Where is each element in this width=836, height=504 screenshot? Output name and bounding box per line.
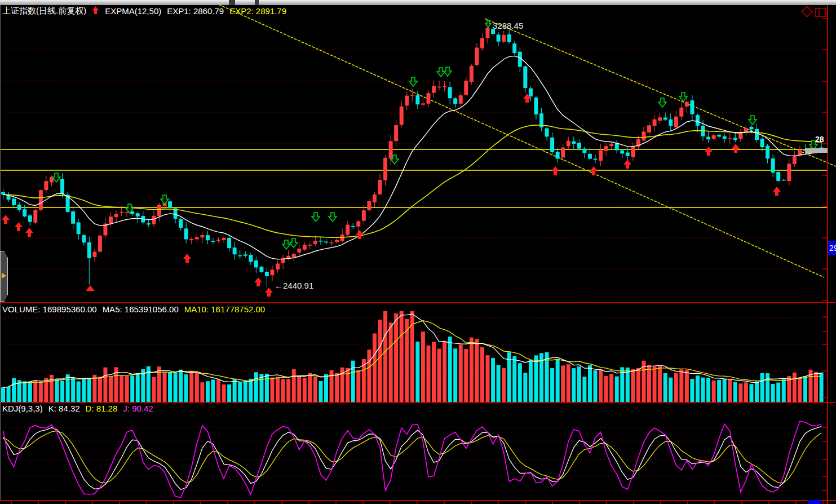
candles-layer (1, 21, 824, 288)
buy-signal-arrow (623, 160, 631, 169)
volume-layer (1, 306, 824, 402)
sell-signal-arrow (749, 116, 757, 125)
kdj-label: KDJ(9,3,3) (2, 404, 43, 413)
sell-signal-arrow (444, 67, 452, 76)
buy-triangle-marker (86, 285, 95, 291)
sell-signal-arrow (679, 92, 687, 101)
buy-signal-arrow (254, 277, 262, 286)
trading-app-window: 上证指数(日线.前复权) EXPMA(12,50) EXP1: 2860.79 … (0, 0, 836, 504)
buy-signal-arrow (25, 228, 33, 237)
expander-arrow-icon (2, 273, 6, 278)
buy-signal-arrow (15, 222, 23, 231)
sell-signal-arrow (282, 240, 290, 249)
low-price-annotation: ←2440.91 (275, 281, 313, 290)
kdj-header: KDJ(9,3,3) K: 84.32 D: 81.28 J: 90.42 (2, 404, 153, 413)
exp1-value: EXP1: 2860.79 (167, 6, 224, 16)
up-arrow-icon (92, 6, 99, 16)
sell-signal-arrow (290, 238, 298, 247)
kdj-k-value: K: 84.32 (48, 404, 80, 413)
sell-signal-arrow (329, 213, 337, 222)
buy-signal-arrow (2, 215, 10, 224)
buy-signal-arrow (183, 254, 191, 263)
volume-ma10-value: MA10: 161778752.00 (184, 304, 265, 314)
clipped-price-annotation: 28 (815, 135, 824, 144)
split-window-icon[interactable] (815, 8, 826, 17)
kdj-j-value: J: 90.42 (123, 404, 153, 413)
expma-layer (3, 56, 822, 259)
buy-signal-arrow (590, 166, 598, 175)
scrollbar-fragment[interactable] (808, 500, 821, 504)
panel-expander-handle[interactable] (0, 251, 8, 302)
indicator-label: EXPMA(12,50) (105, 6, 161, 16)
symbol-title: 上证指数(日线.前复权) (2, 6, 86, 16)
buy-signal-arrow (265, 288, 273, 297)
sell-signal-arrow (161, 195, 169, 204)
volume-value: VOLUME: 169895360.00 (2, 304, 97, 314)
axis-price-tag: 29 (828, 241, 836, 255)
buy-signal-arrow (551, 166, 559, 175)
sell-signal-arrow (52, 173, 60, 182)
sell-signal-arrow (437, 68, 445, 77)
current-price-marker (805, 148, 828, 153)
volume-header: VOLUME: 169895360.00 MA5: 165391056.00 M… (2, 304, 265, 314)
buy-signal-arrow (773, 187, 781, 196)
buy-signal-arrow (705, 147, 713, 156)
sell-signal-arrow (312, 213, 320, 222)
split-window-icon-divider (819, 9, 820, 16)
sell-signal-arrow (485, 21, 491, 27)
buy-signal-arrow (732, 144, 740, 153)
peak-price-annotation: 3288.45 (493, 21, 523, 30)
chart-canvas[interactable] (0, 0, 836, 504)
main-chart-header: 上证指数(日线.前复权) EXPMA(12,50) EXP1: 2860.79 … (2, 6, 286, 16)
volume-ma5-value: MA5: 165391056.00 (103, 304, 179, 314)
sell-signal-arrow (409, 77, 417, 86)
grid-layer (0, 50, 828, 490)
exp2-value: EXP2: 2891.79 (229, 6, 286, 16)
sell-signal-arrow (658, 98, 666, 107)
signals-layer (2, 21, 817, 297)
kdj-d-value: D: 81.28 (86, 404, 118, 413)
axes-layer (0, 5, 836, 504)
reference-lines-layer (0, 5, 836, 277)
